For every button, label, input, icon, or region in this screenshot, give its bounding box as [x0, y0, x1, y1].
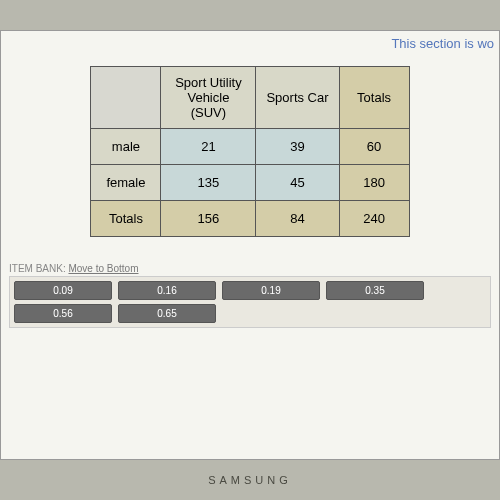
answer-chip[interactable]: 0.56	[14, 304, 112, 323]
data-table-container: Sport Utility Vehicle (SUV) Sports Car T…	[1, 66, 499, 237]
section-banner: This section is wo	[391, 36, 494, 51]
row-header-female: female	[91, 165, 161, 201]
answer-chip[interactable]: 0.35	[326, 281, 424, 300]
cell-total-sportscar: 84	[256, 201, 339, 237]
worksheet-screen: This section is wo Sport Utility Vehicle…	[0, 30, 500, 460]
table-row: male 21 39 60	[91, 129, 409, 165]
cell-total-suv: 156	[161, 201, 256, 237]
row-header-male: male	[91, 129, 161, 165]
move-to-bottom-link[interactable]: Move to Bottom	[68, 263, 138, 274]
table-corner	[91, 67, 161, 129]
cell-male-sportscar: 39	[256, 129, 339, 165]
cell-female-sportscar: 45	[256, 165, 339, 201]
vehicle-gender-table: Sport Utility Vehicle (SUV) Sports Car T…	[90, 66, 409, 237]
item-bank-label: ITEM BANK: Move to Bottom	[9, 263, 491, 274]
answer-chip[interactable]: 0.19	[222, 281, 320, 300]
cell-male-suv: 21	[161, 129, 256, 165]
col-header-suv: Sport Utility Vehicle (SUV)	[161, 67, 256, 129]
item-bank: ITEM BANK: Move to Bottom 0.09 0.16 0.19…	[1, 263, 499, 328]
table-row: female 135 45 180	[91, 165, 409, 201]
answer-chip[interactable]: 0.09	[14, 281, 112, 300]
col-header-totals: Totals	[339, 67, 409, 129]
item-bank-box: 0.09 0.16 0.19 0.35 0.56 0.65	[9, 276, 491, 328]
chip-row: 0.56 0.65	[14, 304, 486, 323]
row-header-totals: Totals	[91, 201, 161, 237]
table-row: Totals 156 84 240	[91, 201, 409, 237]
answer-chip[interactable]: 0.16	[118, 281, 216, 300]
cell-female-total: 180	[339, 165, 409, 201]
device-brand: SAMSUNG	[208, 474, 292, 486]
cell-male-total: 60	[339, 129, 409, 165]
cell-female-suv: 135	[161, 165, 256, 201]
cell-grand-total: 240	[339, 201, 409, 237]
answer-chip[interactable]: 0.65	[118, 304, 216, 323]
item-bank-text: ITEM BANK:	[9, 263, 66, 274]
col-header-sportscar: Sports Car	[256, 67, 339, 129]
chip-row: 0.09 0.16 0.19 0.35	[14, 281, 486, 300]
